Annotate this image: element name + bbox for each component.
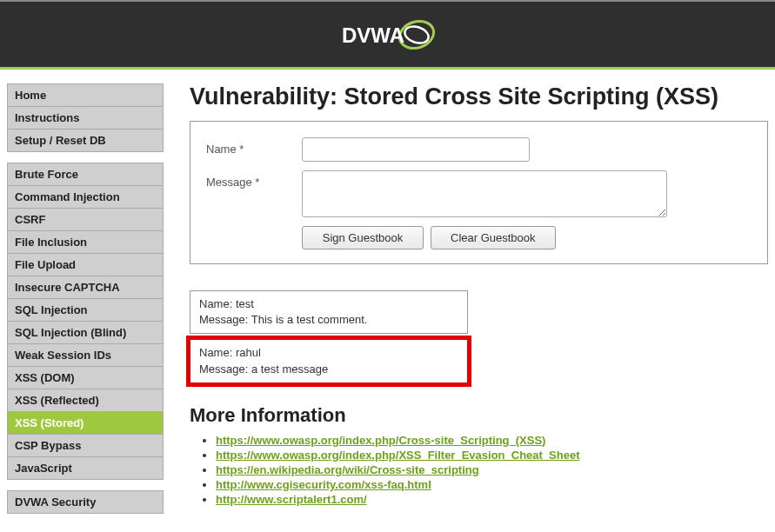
- sidebar-item-csrf[interactable]: CSRF: [7, 208, 164, 230]
- list-item: http://www.cgisecurity.com/xss-faq.html: [216, 478, 768, 491]
- entry-name: Name: rahul: [199, 345, 458, 361]
- logo: DVWA: [340, 16, 436, 54]
- clear-guestbook-button[interactable]: Clear Guestbook: [431, 226, 556, 249]
- guestbook-entry: Name: testMessage: This is a test commen…: [190, 290, 468, 334]
- guestbook-entries: Name: testMessage: This is a test commen…: [190, 290, 468, 383]
- page-title: Vulnerability: Stored Cross Site Scripti…: [190, 83, 768, 110]
- nav-group: HomeInstructionsSetup / Reset DB: [7, 83, 164, 152]
- svg-point-1: [402, 23, 430, 46]
- name-label: Name *: [206, 137, 302, 156]
- sidebar-item-xss-dom[interactable]: XSS (DOM): [7, 366, 164, 389]
- info-link[interactable]: https://www.owasp.org/index.php/Cross-si…: [216, 434, 545, 447]
- message-input[interactable]: [302, 170, 667, 217]
- sidebar-item-xss-stored[interactable]: XSS (Stored): [7, 411, 164, 434]
- message-label: Message *: [206, 170, 302, 189]
- sidebar-item-file-inclusion[interactable]: File Inclusion: [7, 230, 164, 253]
- info-link[interactable]: http://www.scriptalert1.com/: [216, 493, 367, 506]
- logo-text: DVWA: [342, 23, 404, 47]
- nav-group: Brute ForceCommand InjectionCSRFFile Inc…: [7, 163, 164, 480]
- sidebar-item-instructions[interactable]: Instructions: [7, 106, 164, 129]
- main-content: Vulnerability: Stored Cross Site Scripti…: [190, 83, 768, 524]
- sidebar-item-sql-injection-blind[interactable]: SQL Injection (Blind): [7, 321, 164, 343]
- sidebar-item-file-upload[interactable]: File Upload: [7, 253, 164, 276]
- sidebar: HomeInstructionsSetup / Reset DBBrute Fo…: [7, 83, 164, 524]
- guestbook-entry: Name: rahulMessage: a test message: [190, 339, 468, 382]
- app-header: DVWA: [0, 2, 775, 70]
- sidebar-item-brute-force[interactable]: Brute Force: [7, 163, 164, 185]
- list-item: https://en.wikipedia.org/wiki/Cross-site…: [216, 463, 768, 476]
- info-link[interactable]: https://en.wikipedia.org/wiki/Cross-site…: [216, 463, 479, 476]
- guestbook-form: Name * Message * Sign Guestbook Clear Gu…: [190, 121, 768, 264]
- entry-name: Name: test: [199, 296, 458, 312]
- nav-group: DVWA Security: [7, 490, 164, 514]
- sidebar-item-xss-reflected[interactable]: XSS (Reflected): [7, 389, 164, 411]
- list-item: http://www.scriptalert1.com/: [216, 493, 768, 506]
- sidebar-item-javascript[interactable]: JavaScript: [7, 456, 164, 480]
- sidebar-item-command-injection[interactable]: Command Injection: [7, 185, 164, 208]
- entry-message: Message: This is a test comment.: [199, 312, 458, 328]
- name-input[interactable]: [302, 137, 530, 162]
- sidebar-item-insecure-captcha[interactable]: Insecure CAPTCHA: [7, 276, 164, 298]
- more-info-heading: More Information: [190, 404, 768, 427]
- sidebar-item-setup-reset-db[interactable]: Setup / Reset DB: [7, 129, 164, 152]
- list-item: https://www.owasp.org/index.php/Cross-si…: [216, 434, 768, 447]
- info-link[interactable]: https://www.owasp.org/index.php/XSS_Filt…: [216, 449, 580, 462]
- sidebar-item-weak-session-ids[interactable]: Weak Session IDs: [7, 343, 164, 366]
- sidebar-item-dvwa-security[interactable]: DVWA Security: [7, 490, 164, 514]
- info-links: https://www.owasp.org/index.php/Cross-si…: [216, 434, 768, 506]
- list-item: https://www.owasp.org/index.php/XSS_Filt…: [216, 449, 768, 462]
- sidebar-item-sql-injection[interactable]: SQL Injection: [7, 298, 164, 321]
- sidebar-item-home[interactable]: Home: [7, 83, 164, 106]
- entry-message: Message: a test message: [199, 362, 458, 377]
- sign-guestbook-button[interactable]: Sign Guestbook: [302, 226, 424, 249]
- sidebar-item-csp-bypass[interactable]: CSP Bypass: [7, 434, 164, 456]
- info-link[interactable]: http://www.cgisecurity.com/xss-faq.html: [216, 478, 431, 491]
